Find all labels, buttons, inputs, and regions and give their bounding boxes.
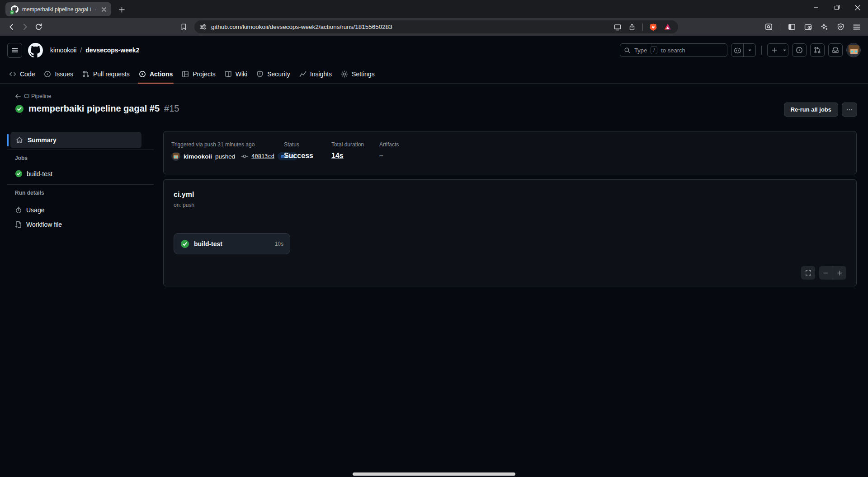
tab-issues[interactable]: Issues: [39, 65, 77, 83]
project-icon: [182, 70, 189, 78]
repo-name-link[interactable]: devsecops-week2: [85, 47, 139, 54]
toolbar-right-icons: [762, 20, 868, 34]
header-right-controls: Type / to search: [620, 43, 861, 57]
fit-to-screen-button[interactable]: [801, 266, 815, 280]
status-value: Success: [284, 152, 313, 160]
reader-mode-icon[interactable]: [612, 21, 623, 33]
wallet-icon[interactable]: [801, 20, 815, 34]
duration-label: Total duration: [331, 141, 364, 148]
breadcrumb-separator: /: [80, 47, 82, 54]
window-close-button[interactable]: [847, 0, 868, 15]
window-minimize-button[interactable]: [806, 0, 826, 15]
vpn-shield-icon[interactable]: [834, 20, 847, 34]
repo-nav: Code Issues Pull requests Actions Projec…: [0, 65, 868, 84]
copilot-caret-icon[interactable]: [743, 44, 755, 56]
success-check-circle-icon: [15, 104, 24, 113]
sidebar-divider: [7, 150, 154, 150]
sidebar-item-workflow-file[interactable]: Workflow file: [15, 221, 62, 228]
back-button-icon[interactable]: [5, 20, 18, 34]
github-page: kimookoii / devsecops-week2 Type / to se…: [0, 36, 868, 477]
plus-icon[interactable]: [768, 44, 781, 56]
tab-close-icon[interactable]: [100, 5, 108, 14]
zoom-out-button[interactable]: [819, 266, 833, 280]
sidebar-toggle-icon[interactable]: [785, 20, 798, 34]
url-text[interactable]: github.com/kimookoii/devsecops-week2/act…: [211, 23, 612, 30]
create-caret-icon[interactable]: [781, 44, 788, 56]
tab-settings[interactable]: Settings: [336, 65, 379, 83]
brave-rewards-bat-icon[interactable]: [662, 21, 674, 33]
play-circle-icon: [139, 70, 146, 78]
url-bar[interactable]: github.com/kimookoii/devsecops-week2/act…: [194, 20, 678, 33]
sidebar-item-summary[interactable]: Summary: [10, 132, 142, 148]
inbox-icon: [832, 47, 839, 54]
tab-pull-requests[interactable]: Pull requests: [78, 65, 134, 83]
search-slash-kbd: /: [651, 46, 657, 54]
tab-insights[interactable]: Insights: [295, 65, 336, 83]
repo-owner-link[interactable]: kimookoii: [50, 47, 76, 54]
gear-icon: [341, 70, 348, 78]
tab-title-separator: ·: [94, 6, 96, 13]
shield-icon: [256, 70, 264, 78]
window-restore-button[interactable]: [826, 0, 847, 15]
tab-projects[interactable]: Projects: [177, 65, 220, 83]
user-avatar[interactable]: [846, 43, 861, 57]
browser-menu-icon[interactable]: [850, 20, 863, 34]
success-check-badge-icon: [10, 10, 14, 14]
issue-opened-icon: [796, 47, 803, 54]
sidebar-divider: [7, 184, 154, 185]
job-duration: 10s: [275, 241, 283, 247]
run-title: memperbaiki pipeline gagal #5: [28, 103, 160, 114]
git-pull-request-icon: [82, 70, 90, 78]
sidebar-item-usage[interactable]: Usage: [15, 206, 44, 214]
issues-dashboard-button[interactable]: [792, 43, 807, 57]
github-logo-icon[interactable]: [28, 43, 43, 58]
commit-sha-link[interactable]: 40813cd: [251, 153, 274, 159]
actor-login[interactable]: kimookoii: [184, 153, 212, 160]
kebab-menu-button[interactable]: [842, 103, 857, 117]
bookmark-icon[interactable]: [177, 21, 190, 33]
breadcrumb: kimookoii / devsecops-week2: [50, 47, 139, 54]
tab-security[interactable]: Security: [252, 65, 295, 83]
brave-shields-icon[interactable]: [647, 21, 659, 33]
inbox-button[interactable]: [828, 43, 843, 57]
zoom-controls: [819, 266, 846, 280]
create-new-button[interactable]: [767, 43, 788, 57]
git-pull-request-icon: [814, 47, 821, 54]
workflow-file-name: ci.yml: [174, 191, 194, 199]
run-actions: Re-run all jobs: [784, 103, 857, 117]
issue-opened-icon: [44, 70, 51, 78]
global-nav-menu-button[interactable]: [7, 43, 22, 58]
artifacts-value: –: [379, 152, 383, 160]
pull-requests-dashboard-button[interactable]: [810, 43, 825, 57]
workflow-breadcrumb-link[interactable]: CI Pipeline: [15, 93, 51, 99]
actor-avatar[interactable]: [171, 152, 180, 161]
github-favicon: [11, 5, 19, 13]
find-in-page-icon[interactable]: [762, 20, 775, 34]
job-node-build-test[interactable]: build-test 10s: [174, 233, 290, 254]
tab-code[interactable]: Code: [5, 65, 39, 83]
browser-toolbar: github.com/kimookoii/devsecops-week2/act…: [0, 18, 868, 36]
copilot-icon[interactable]: [731, 44, 743, 56]
tab-actions[interactable]: Actions: [134, 65, 177, 83]
code-icon: [9, 70, 16, 78]
leo-ai-sparkle-icon[interactable]: [817, 20, 831, 34]
search-input[interactable]: Type / to search: [620, 43, 727, 57]
share-icon[interactable]: [626, 21, 638, 33]
browser-tab[interactable]: memperbaiki pipeline gagal #5 ·: [5, 2, 111, 16]
duration-value-link[interactable]: 14s: [331, 152, 344, 160]
search-placeholder-suffix: to search: [661, 47, 685, 54]
site-settings-icon[interactable]: [200, 23, 207, 30]
tab-wiki[interactable]: Wiki: [220, 65, 252, 83]
zoom-in-button[interactable]: [833, 266, 847, 280]
rerun-all-jobs-button[interactable]: Re-run all jobs: [784, 103, 838, 117]
horizontal-scrollbar-thumb[interactable]: [353, 472, 515, 476]
forward-button-icon[interactable]: [18, 20, 32, 34]
sidebar-job-build-test[interactable]: build-test: [15, 170, 52, 178]
copilot-button[interactable]: [731, 43, 756, 57]
job-name: build-test: [194, 240, 222, 248]
workflow-file-icon: [15, 221, 22, 228]
fit-to-screen-icon: [805, 270, 811, 276]
new-tab-button[interactable]: [116, 4, 127, 15]
action-text: pushed: [215, 153, 235, 160]
reload-button-icon[interactable]: [32, 20, 45, 34]
